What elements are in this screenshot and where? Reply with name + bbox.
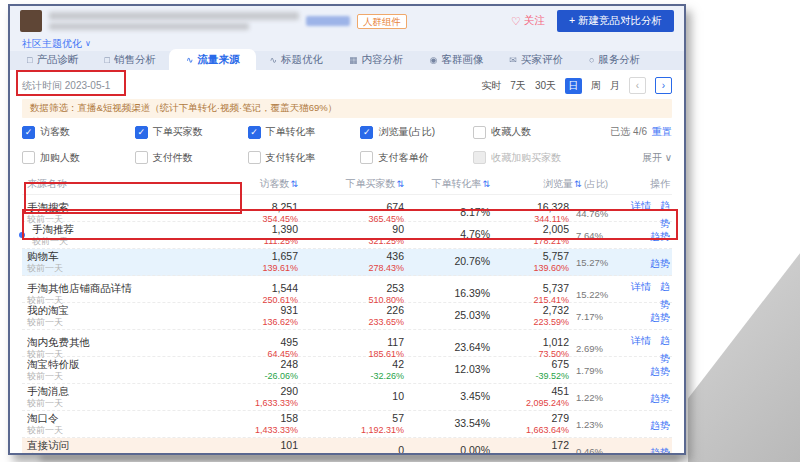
next-page-icon[interactable]: ›: [655, 77, 672, 94]
metric-下单买家数[interactable]: ✓下单买家数: [135, 125, 248, 140]
sort-icon[interactable]: ⇅: [574, 179, 582, 189]
tab-label: 客群画像: [441, 53, 483, 67]
order-buyers-value: 253: [304, 283, 404, 294]
range-月[interactable]: 月: [610, 79, 620, 93]
action-link-趋势[interactable]: 趋势: [660, 281, 670, 310]
order-buyers-change: 321.25%: [304, 237, 404, 246]
sort-icon[interactable]: ⇅: [290, 179, 298, 189]
tab-标题优化[interactable]: ∿标题优化: [256, 50, 336, 70]
checkbox-icon: [135, 151, 148, 164]
column-header-浏览量[interactable]: 浏览量⇅ (占比): [496, 177, 614, 191]
range-7天[interactable]: 7天: [510, 79, 526, 93]
chart-icon: ∿: [269, 55, 277, 65]
column-label: 来源名称: [27, 178, 67, 189]
order-buyers-cell: 90321.25%: [304, 224, 410, 246]
metric-支付件数[interactable]: 支付件数: [135, 151, 248, 166]
column-header-下单买家数[interactable]: 下单买家数⇅: [304, 177, 410, 191]
visitors-cell: 2901,633.33%: [208, 386, 304, 408]
column-header-访客数[interactable]: 访客数⇅: [208, 177, 304, 191]
prev-page-icon[interactable]: ‹: [629, 77, 646, 94]
order-buyers-value: 90: [304, 224, 404, 235]
range-30天[interactable]: 30天: [535, 79, 556, 93]
order-buyers-cell: 117185.61%: [304, 337, 410, 359]
visitors-change: 111.25%: [208, 237, 298, 246]
action-link-趋势[interactable]: 趋势: [650, 420, 670, 431]
source-name: 淘口令: [27, 413, 208, 424]
tab-买家评价[interactable]: ✉买家评价: [496, 50, 576, 70]
conversion-value: 4.76%: [410, 229, 490, 240]
order-buyers-cell: 253510.80%: [304, 283, 410, 305]
metric-加购人数[interactable]: 加购人数: [22, 151, 135, 166]
product-avatar: [20, 10, 42, 32]
source-name-cell: 手淘搜索较前一天: [22, 202, 208, 224]
sort-icon[interactable]: ⇅: [396, 179, 404, 189]
order-buyers-cell: 42-32.26%: [304, 359, 410, 381]
metric-收藏人数[interactable]: 收藏人数: [473, 125, 586, 140]
source-name-cell: 手淘推荐较前一天: [22, 224, 208, 246]
metric-访客数[interactable]: ✓访客数: [22, 125, 135, 140]
selected-count: 已选 4/6: [610, 126, 647, 137]
action-link-趋势[interactable]: 趋势: [660, 200, 670, 229]
row-actions: 趋势: [614, 226, 672, 244]
reset-link[interactable]: 重置: [652, 126, 672, 137]
checkbox-icon: ✓: [22, 126, 35, 139]
metric-label: 下单转化率: [266, 125, 316, 139]
views-change: -39.52%: [535, 372, 569, 381]
views-stack: 172-72.44%: [535, 440, 569, 455]
expand-toggle[interactable]: 展开 ∨: [642, 151, 672, 165]
metric-浏览量(占比)[interactable]: ✓浏览量(占比): [360, 125, 473, 140]
follow-button[interactable]: ♡ 关注: [511, 14, 545, 28]
metric-label: 访客数: [40, 125, 70, 139]
checkbox-icon: [248, 151, 261, 164]
chart-icon: ∿: [186, 55, 194, 65]
metric-checkbox-grid: ✓访客数✓下单买家数✓下单转化率✓浏览量(占比)收藏人数加购人数支付件数支付转化…: [22, 125, 586, 165]
column-label: 访客数: [259, 178, 289, 189]
range-实时[interactable]: 实时: [481, 79, 501, 93]
selected-radio-dot[interactable]: [19, 232, 25, 238]
range-周[interactable]: 周: [591, 79, 601, 93]
views-change: 178.21%: [533, 237, 569, 246]
row-actions: 趋势: [614, 361, 672, 379]
metric-收藏加购买家数[interactable]: 收藏加购买家数: [473, 151, 586, 166]
action-link-趋势[interactable]: 趋势: [660, 335, 670, 364]
tab-销售分析[interactable]: □销售分析: [91, 50, 168, 70]
panel-drop-shadow: [40, 455, 680, 461]
sort-icon[interactable]: ⇅: [482, 179, 490, 189]
visitors-value: 1,657: [208, 251, 298, 262]
metric-支付转化率[interactable]: 支付转化率: [248, 151, 361, 166]
top-bar-actions: ♡ 关注 + 新建竞品对比分析: [511, 10, 674, 32]
conversion-cell: 4.76%: [410, 229, 496, 242]
views-value: 172: [535, 440, 569, 451]
action-link-趋势[interactable]: 趋势: [650, 258, 670, 269]
action-link-趋势[interactable]: 趋势: [650, 312, 670, 323]
action-link-详情[interactable]: 详情: [631, 335, 651, 346]
tab-内容分析[interactable]: ▦内容分析: [336, 50, 417, 70]
order-buyers-change: 278.43%: [304, 264, 404, 273]
checkbox-icon: ✓: [248, 126, 261, 139]
selected-count-row: 已选 4/6重置: [610, 125, 672, 139]
action-link-趋势[interactable]: 趋势: [650, 366, 670, 377]
theme-settings-link[interactable]: 社区主题优化: [22, 37, 82, 51]
range-日[interactable]: 日: [565, 78, 582, 94]
tab-客群画像[interactable]: ◉客群画像: [416, 50, 496, 70]
row-actions: 趋势: [614, 442, 672, 455]
action-link-趋势[interactable]: 趋势: [650, 231, 670, 242]
column-header-下单转化率[interactable]: 下单转化率⇅: [410, 177, 496, 191]
tab-label: 标题优化: [281, 53, 323, 67]
metric-下单转化率[interactable]: ✓下单转化率: [248, 125, 361, 140]
action-link-趋势[interactable]: 趋势: [650, 447, 670, 455]
tab-流量来源[interactable]: ∿流量来源: [169, 49, 257, 70]
tab-产品诊断[interactable]: □产品诊断: [14, 50, 91, 70]
tab-服务分析[interactable]: ○服务分析: [576, 50, 653, 70]
views-share: 44.76%: [576, 208, 614, 219]
views-stack: 2,005178.21%: [533, 224, 569, 246]
chevron-down-icon: ∨: [665, 152, 672, 163]
metric-支付客单价[interactable]: 支付客单价: [360, 151, 473, 166]
action-link-详情[interactable]: 详情: [631, 281, 651, 292]
action-link-详情[interactable]: 详情: [631, 200, 651, 211]
conversion-cell: 3.45%: [410, 391, 496, 404]
action-link-趋势[interactable]: 趋势: [650, 393, 670, 404]
compare-label: 较前一天: [27, 453, 208, 455]
table-row: 淘内免费其他较前一天49564.45%117185.61%23.64%1,012…: [22, 330, 672, 357]
create-compare-analysis-button[interactable]: + 新建竞品对比分析: [557, 10, 674, 32]
